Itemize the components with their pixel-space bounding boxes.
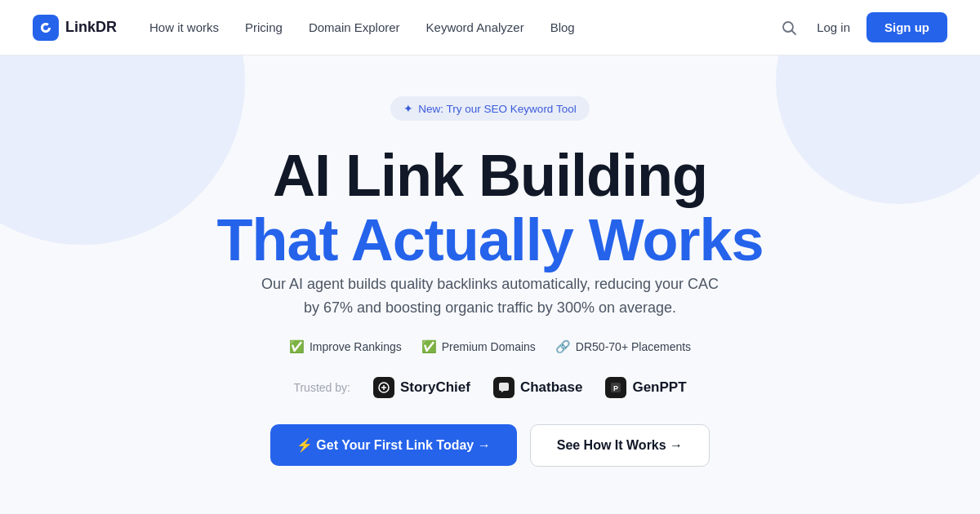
- nav-link-domain-explorer[interactable]: Domain Explorer: [309, 20, 400, 34]
- badge-text: New: Try our SEO Keyword Tool: [418, 103, 576, 115]
- feature-rankings-label: Improve Rankings: [310, 340, 402, 353]
- hero-subtitle: Our AI agent builds quality backlinks au…: [253, 273, 727, 320]
- link-icon: 🔗: [555, 339, 571, 354]
- genppt-icon: P: [605, 377, 626, 398]
- trusted-logo-chatbase: Chatbase: [493, 377, 583, 398]
- trusted-logo-storychief: StoryChief: [373, 377, 470, 398]
- nav-link-how-it-works[interactable]: How it works: [149, 20, 219, 34]
- signup-button[interactable]: Sign up: [866, 12, 947, 42]
- cta-primary-button[interactable]: ⚡ Get Your First Link Today →: [270, 424, 517, 466]
- genppt-name: GenPPT: [632, 379, 686, 396]
- svg-text:P: P: [613, 384, 618, 392]
- trusted-label: Trusted by:: [293, 381, 350, 394]
- hero-section: ✦ New: Try our SEO Keyword Tool AI Link …: [0, 55, 980, 499]
- trusted-logo-genppt: P GenPPT: [605, 377, 686, 398]
- svg-point-0: [783, 22, 793, 32]
- storychief-name: StoryChief: [400, 379, 470, 396]
- cta-secondary-button[interactable]: See How It Works →: [530, 424, 710, 467]
- hero-title-line2: That Actually Works: [216, 208, 763, 273]
- trusted-by-section: Trusted by: StoryChief Cha: [293, 377, 686, 398]
- badge-star-icon: ✦: [403, 102, 413, 115]
- logo[interactable]: LinkDR: [33, 15, 117, 41]
- new-badge[interactable]: ✦ New: Try our SEO Keyword Tool: [390, 96, 589, 121]
- nav-link-keyword-analyzer[interactable]: Keyword Analyzer: [426, 20, 524, 34]
- nav-right: Log in Sign up: [777, 12, 947, 42]
- nav-link-blog[interactable]: Blog: [550, 20, 575, 34]
- feature-placements-label: DR50-70+ Placements: [576, 340, 691, 353]
- cta-buttons: ⚡ Get Your First Link Today → See How It…: [270, 424, 710, 467]
- nav-links: How it works Pricing Domain Explorer Key…: [149, 20, 777, 34]
- storychief-icon: [373, 377, 394, 398]
- feature-domains-label: Premium Domains: [442, 340, 536, 353]
- login-button[interactable]: Log in: [817, 20, 850, 34]
- check-shield-icon: ✅: [421, 339, 437, 354]
- trusted-logos: StoryChief Chatbase P Gen: [373, 377, 687, 398]
- feature-rankings: ✅ Improve Rankings: [289, 339, 402, 354]
- hero-features: ✅ Improve Rankings ✅ Premium Domains 🔗 D…: [289, 339, 691, 354]
- svg-rect-2: [499, 383, 509, 391]
- navigation: LinkDR How it works Pricing Domain Explo…: [0, 0, 980, 55]
- feature-domains: ✅ Premium Domains: [421, 339, 536, 354]
- check-circle-icon: ✅: [289, 339, 305, 354]
- hero-title-line1: AI Link Building: [273, 144, 707, 208]
- nav-link-pricing[interactable]: Pricing: [245, 20, 283, 34]
- feature-placements: 🔗 DR50-70+ Placements: [555, 339, 691, 354]
- logo-text: LinkDR: [65, 19, 117, 36]
- chatbase-name: Chatbase: [520, 379, 583, 396]
- chatbase-icon: [493, 377, 514, 398]
- search-button[interactable]: [777, 16, 800, 39]
- logo-icon: [33, 15, 59, 41]
